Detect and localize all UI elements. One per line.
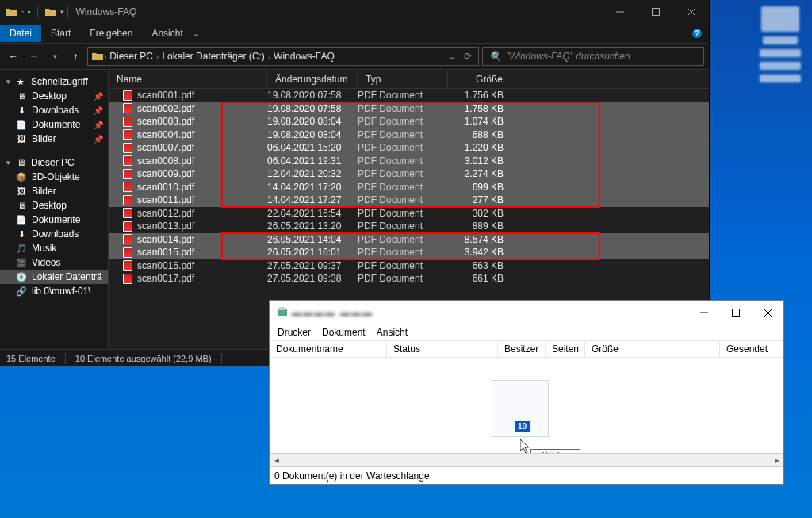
menu-view[interactable]: Ansicht: [377, 327, 408, 338]
sidebar-item[interactable]: 🎵Musik: [0, 241, 108, 255]
tab-file[interactable]: Datei: [0, 25, 41, 42]
file-row[interactable]: scan0004.pdf 19.08.2020 08:04 PDF Docume…: [109, 129, 709, 142]
breadcrumb-item[interactable]: Dieser PC: [106, 51, 156, 62]
column-header-name[interactable]: Name: [109, 70, 267, 88]
desktop-thumbnail: [763, 36, 798, 44]
folder-icon: [44, 6, 57, 18]
breadcrumb-item[interactable]: Lokaler Datenträger (C:): [159, 51, 267, 62]
column-header-docname[interactable]: Dokumentname: [270, 341, 387, 357]
sidebar: ▾ ★ Schnellzugriff🖥Desktop📌⬇Downloads📌📄D…: [0, 70, 109, 349]
menu-printer[interactable]: Drucker: [278, 327, 311, 338]
file-row[interactable]: scan0015.pdf 26.05.2021 16:01 PDF Docume…: [109, 246, 709, 259]
column-header-status[interactable]: Status: [387, 341, 498, 357]
sidebar-item[interactable]: 🖼Bilder📌: [0, 132, 108, 146]
file-row[interactable]: scan0001.pdf 19.08.2020 07:58 PDF Docume…: [109, 89, 709, 102]
tree-icon: ⬇: [16, 228, 27, 240]
maximize-button[interactable]: [720, 301, 752, 324]
chevron-down-icon[interactable]: ▾: [60, 8, 64, 16]
tree-icon: 🎬: [16, 257, 27, 268]
file-row[interactable]: scan0011.pdf 14.04.2021 17:27 PDF Docume…: [109, 194, 709, 207]
scroll-left-icon[interactable]: ◂: [270, 454, 283, 467]
close-button[interactable]: [752, 301, 783, 324]
breadcrumb-item[interactable]: Windows-FAQ: [270, 51, 338, 62]
sidebar-item[interactable]: 🖥Desktop📌: [0, 89, 108, 103]
sidebar-item[interactable]: ⬇Downloads📌: [0, 103, 108, 117]
close-button[interactable]: [673, 0, 709, 24]
recent-dropdown[interactable]: ▾: [46, 48, 63, 65]
drag-preview: 10: [492, 380, 549, 437]
desktop-thumbnail: [761, 6, 799, 32]
file-row[interactable]: scan0009.pdf 12.04.2021 20:32 PDF Docume…: [109, 167, 709, 181]
file-row[interactable]: scan0012.pdf 22.04.2021 16:54 PDF Docume…: [109, 207, 709, 221]
svg-rect-1: [652, 9, 659, 16]
back-button[interactable]: ←: [5, 48, 22, 65]
column-header-type[interactable]: Typ: [358, 70, 448, 88]
desktop-thumbnail: [760, 62, 801, 70]
sidebar-item[interactable]: 🔗lib 0\muwf-01\: [0, 284, 108, 298]
tab-view[interactable]: Ansicht: [142, 25, 192, 42]
file-row[interactable]: scan0002.pdf 19.08.2020 07:58 PDF Docume…: [109, 102, 709, 116]
column-header-size[interactable]: Größe: [448, 70, 511, 88]
address-bar[interactable]: › Dieser PC › Lokaler Datenträger (C:) ›…: [87, 47, 479, 66]
pin-icon: 📌: [94, 92, 103, 101]
ribbon: Datei Start Freigeben Ansicht ⌄ ?: [0, 24, 709, 43]
file-row[interactable]: scan0008.pdf 06.04.2021 19:31 PDF Docume…: [109, 155, 709, 168]
sidebar-item[interactable]: ⬇Downloads: [0, 227, 108, 241]
minimize-button[interactable]: [602, 0, 638, 24]
status-bar: 0 Dokument(e) in der Warteschlange: [270, 466, 783, 484]
checkbox-icon[interactable]: ▫: [21, 6, 24, 17]
sidebar-item[interactable]: 🖼Bilder: [0, 184, 108, 198]
pdf-icon: [123, 247, 132, 258]
column-header-size[interactable]: Größe: [585, 341, 720, 357]
maximize-button[interactable]: [638, 0, 673, 24]
sidebar-quick-access[interactable]: ▾ ★ Schnellzugriff: [0, 75, 108, 89]
tab-share[interactable]: Freigeben: [80, 25, 142, 42]
column-header-owner[interactable]: Besitzer: [498, 341, 546, 357]
column-header-date[interactable]: Änderungsdatum: [267, 70, 358, 88]
sidebar-item[interactable]: 💽Lokaler Datenträ: [0, 270, 108, 284]
folder-icon: [5, 6, 17, 18]
pdf-icon: [123, 169, 132, 179]
tree-icon: 📄: [16, 119, 27, 130]
file-row[interactable]: scan0014.pdf 26.05.2021 14:04 PDF Docume…: [109, 233, 709, 247]
pdf-icon: [123, 234, 132, 244]
plus-icon: +: [534, 451, 539, 453]
menu-document[interactable]: Dokument: [322, 327, 366, 338]
up-button[interactable]: ↑: [67, 48, 84, 65]
sidebar-item[interactable]: 📄Dokumente: [0, 213, 108, 227]
file-row[interactable]: scan0017.pdf 27.05.2021 09:38 PDF Docume…: [109, 272, 709, 286]
search-input[interactable]: 🔍 "Windows-FAQ" durchsuchen: [482, 47, 704, 66]
address-dropdown-icon[interactable]: ⌄: [448, 51, 456, 62]
file-row[interactable]: scan0007.pdf 06.04.2021 15:20 PDF Docume…: [109, 141, 709, 155]
sidebar-item[interactable]: 🎬Videos: [0, 255, 108, 270]
pdf-icon: [123, 260, 132, 271]
column-header-pages[interactable]: Seiten: [546, 341, 585, 357]
sidebar-item[interactable]: 🖥Desktop: [0, 198, 108, 213]
drag-count-badge: 10: [515, 421, 530, 432]
sidebar-this-pc[interactable]: ▾ 🖥 Dieser PC: [0, 155, 108, 170]
help-icon[interactable]: ?: [691, 28, 703, 39]
minimize-button[interactable]: [688, 301, 720, 324]
properties-icon[interactable]: ▪: [27, 6, 30, 17]
column-header-sent[interactable]: Gesendet: [720, 341, 768, 357]
file-row[interactable]: scan0016.pdf 27.05.2021 09:37 PDF Docume…: [109, 259, 709, 273]
scroll-right-icon[interactable]: ▸: [770, 454, 783, 467]
forward-button[interactable]: →: [25, 48, 43, 65]
titlebar[interactable]: ▬▬▬▬ ▬▬▬: [270, 301, 783, 324]
collapse-ribbon-icon[interactable]: ⌄: [193, 29, 200, 39]
sidebar-item[interactable]: 📦3D-Objekte: [0, 170, 108, 184]
horizontal-scrollbar[interactable]: ◂ ▸: [270, 453, 783, 466]
printer-name: ▬▬▬▬ ▬▬▬: [292, 307, 373, 318]
titlebar[interactable]: ▫ ▪ ▾ Windows-FAQ: [0, 0, 709, 24]
file-row[interactable]: scan0010.pdf 14.04.2021 17:20 PDF Docume…: [109, 181, 709, 194]
sidebar-item[interactable]: 📄Dokumente📌: [0, 117, 108, 132]
refresh-icon[interactable]: ⟳: [464, 51, 472, 62]
pin-icon: 📌: [94, 121, 103, 129]
file-row[interactable]: scan0003.pdf 19.08.2020 08:04 PDF Docume…: [109, 115, 709, 129]
pin-icon: 📌: [94, 135, 103, 144]
file-row[interactable]: scan0013.pdf 26.05.2021 13:20 PDF Docume…: [109, 220, 709, 233]
desktop-thumbnail: [760, 75, 801, 82]
tab-start[interactable]: Start: [41, 25, 80, 42]
tree-icon: 📄: [16, 214, 27, 225]
pin-icon: 📌: [94, 106, 103, 115]
